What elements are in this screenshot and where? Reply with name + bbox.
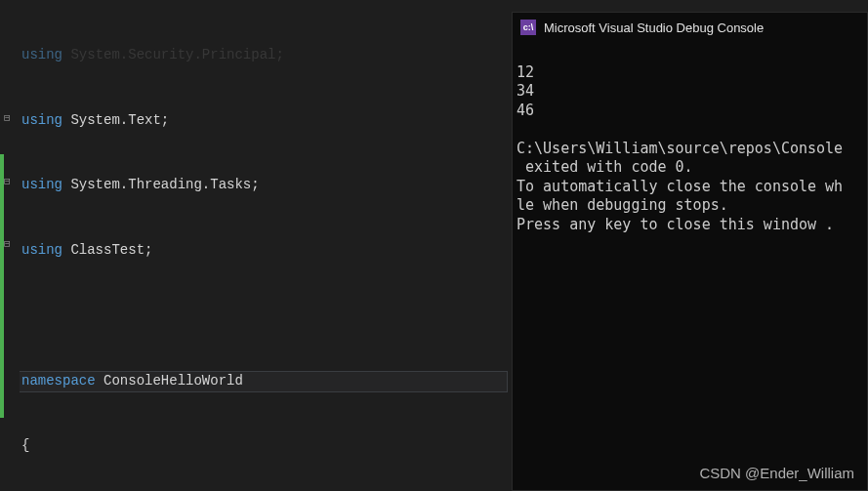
console-icon: c:\ [520, 20, 536, 35]
watermark: CSDN @Ender_William [699, 465, 854, 481]
code-editor[interactable]: ⊟ ⊟ ⊟ using System.Security.Principal; u… [0, 0, 508, 491]
console-title-bar[interactable]: c:\ Microsoft Visual Studio Debug Consol… [513, 13, 867, 42]
fold-icon[interactable]: ⊟ [4, 174, 11, 191]
change-marker [0, 154, 4, 418]
debug-console-window[interactable]: c:\ Microsoft Visual Studio Debug Consol… [512, 12, 868, 491]
console-output: 12 34 46 C:\Users\William\source\repos\C… [513, 42, 867, 256]
gutter: ⊟ ⊟ ⊟ [0, 0, 20, 491]
code-content[interactable]: using System.Security.Principal; using S… [21, 0, 391, 491]
console-title: Microsoft Visual Studio Debug Console [544, 20, 764, 35]
fold-icon[interactable]: ⊟ [4, 236, 11, 254]
fold-icon[interactable]: ⊟ [4, 110, 11, 128]
